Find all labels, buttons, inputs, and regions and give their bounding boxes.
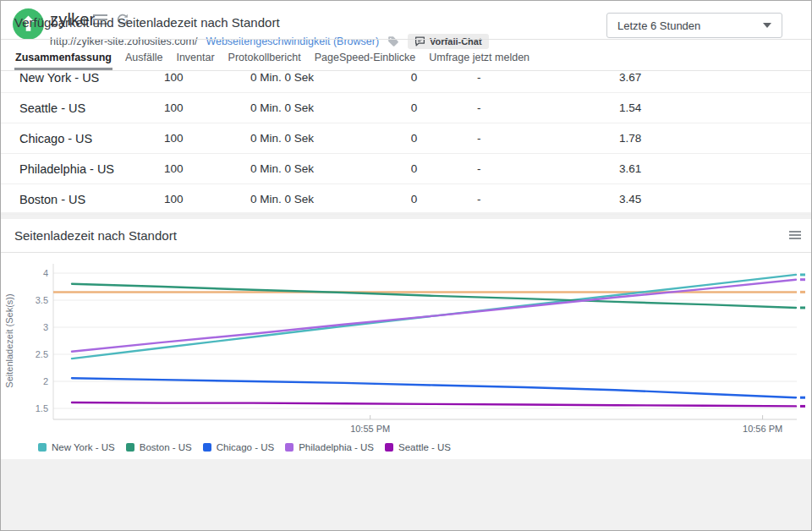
pageload-chart-section: Seitenladezeit nach Standort 43.532.521.… — [1, 219, 811, 459]
legend-item-seattle-us[interactable]: Seattle - US — [385, 442, 451, 452]
table-cell: 0 — [374, 71, 454, 84]
table-cell: Seattle - US — [14, 101, 124, 115]
table-cell: 3.45 — [594, 193, 811, 205]
table-cell: 0 — [374, 162, 454, 175]
table-cell: 1.54 — [594, 101, 811, 114]
chart-menu-icon[interactable] — [789, 229, 801, 241]
table-cell: 1.78 — [594, 132, 811, 145]
legend-label: New York - US — [52, 442, 115, 452]
legend-label: Boston - US — [140, 442, 192, 452]
availability-title-row: Verfügbarkeit und Seitenladezeit nach St… — [1, 6, 811, 40]
table-cell: 3.67 — [594, 71, 811, 84]
table-cell: 100 — [124, 132, 247, 145]
table-cell: 0 — [374, 193, 454, 205]
page-load-time-chart: 43.532.521.5Seitenladezeit (Sek(s))10:55… — [1, 253, 811, 437]
legend-label: Philadelphia - US — [299, 442, 374, 452]
table-row-chicago-us[interactable]: Chicago - US1000 Min. 0 Sek0-1.78 — [1, 123, 811, 154]
tab-zusammenfassung[interactable]: Zusammenfassung — [14, 50, 112, 70]
table-cell: - — [454, 162, 594, 175]
series-marker-chicago-us — [800, 397, 805, 399]
y-tick-label: 1.5 — [36, 403, 48, 413]
series-marker-new-york-us — [800, 273, 805, 276]
chart-title-row: Seitenladezeit nach Standort — [1, 219, 811, 253]
legend-swatch — [285, 443, 294, 452]
chart-section-title: Seitenladezeit nach Standort — [14, 228, 177, 243]
table-cell: 100 — [124, 71, 247, 84]
series-marker-philadelphia-us — [800, 278, 805, 281]
table-cell: - — [454, 193, 594, 205]
legend-label: Chicago - US — [217, 442, 274, 452]
legend-item-philadelphia-us[interactable]: Philadelphia - US — [285, 442, 374, 452]
legend-item-chicago-us[interactable]: Chicago - US — [203, 442, 274, 452]
y-tick-label: 2.5 — [36, 349, 48, 359]
tabs: ZusammenfassungAusfälleInventarProtokoll… — [14, 50, 530, 70]
series-line-seattle-us — [72, 402, 796, 406]
table-cell: 100 — [124, 101, 247, 114]
threshold-marker — [800, 291, 805, 293]
legend-swatch — [385, 443, 393, 452]
table-cell: Boston - US — [14, 193, 124, 206]
table-cell: 0 Min. 0 Sek — [247, 132, 374, 145]
table-cell: 0 — [374, 101, 454, 114]
x-tick-label: 10:56 PM — [743, 424, 782, 434]
table-cell: 100 — [124, 162, 247, 175]
legend-swatch — [38, 443, 47, 452]
table-cell: New York - US — [14, 71, 124, 85]
table-cell: Chicago - US — [14, 132, 124, 145]
table-row-seattle-us[interactable]: Seattle - US1000 Min. 0 Sek0-1.54 — [1, 93, 811, 123]
availability-section: Verfügbarkeit und Seitenladezeit nach St… — [1, 6, 811, 212]
table-cell: - — [454, 101, 594, 114]
series-marker-seattle-us — [800, 405, 805, 408]
series-marker-boston-us — [800, 306, 805, 309]
table-row-philadelphia-us[interactable]: Philadelphia - US1000 Min. 0 Sek0-3.61 — [1, 154, 811, 184]
legend-swatch — [203, 443, 211, 452]
table-cell: 0 Min. 0 Sek — [247, 71, 374, 84]
y-tick-label: 4 — [43, 268, 48, 278]
legend-label: Seattle - US — [398, 442, 451, 452]
app-window: zylker http://zylker-site.zohosites.com/… — [0, 0, 812, 531]
tab-inventar[interactable]: Inventar — [175, 50, 215, 70]
tab-pagespeed-einblicke[interactable]: PageSpeed-Einblicke — [314, 50, 417, 70]
tab-umfrage-jetzt-melden[interactable]: Umfrage jetzt melden — [428, 50, 530, 70]
table-cell: 3.61 — [594, 162, 811, 175]
series-line-philadelphia-us — [72, 280, 796, 352]
x-tick-label: 10:55 PM — [350, 424, 390, 434]
table-row-boston-us[interactable]: Boston - US1000 Min. 0 Sek0-3.45 — [1, 184, 811, 215]
table-cell: 0 Min. 0 Sek — [247, 101, 374, 114]
y-tick-label: 3.5 — [36, 295, 48, 305]
table-cell: 100 — [124, 193, 247, 205]
legend-item-boston-us[interactable]: Boston - US — [126, 442, 192, 452]
y-axis-title: Seitenladezeit (Sek(s)) — [4, 293, 14, 387]
availability-section-title: Verfügbarkeit und Seitenladezeit nach St… — [14, 15, 280, 30]
table-cell: 0 Min. 0 Sek — [247, 193, 374, 205]
legend-swatch — [126, 443, 134, 452]
table-cell: - — [454, 71, 594, 84]
table-cell: 0 — [374, 132, 454, 145]
table-cell: - — [454, 132, 594, 145]
tab-ausfälle[interactable]: Ausfälle — [124, 50, 163, 70]
table-cell: Philadelphia - US — [14, 162, 124, 176]
tab-protokollbericht[interactable]: Protokollbericht — [228, 50, 302, 70]
table-cell: 0 Min. 0 Sek — [247, 162, 374, 175]
chart-legend: New York - USBoston - USChicago - USPhil… — [1, 439, 811, 456]
legend-item-new-york-us[interactable]: New York - US — [38, 442, 115, 452]
y-tick-label: 3 — [43, 322, 48, 332]
y-tick-label: 2 — [43, 376, 48, 386]
table-body: New York - US1000 Min. 0 Sek0-3.67Seattl… — [1, 63, 811, 215]
